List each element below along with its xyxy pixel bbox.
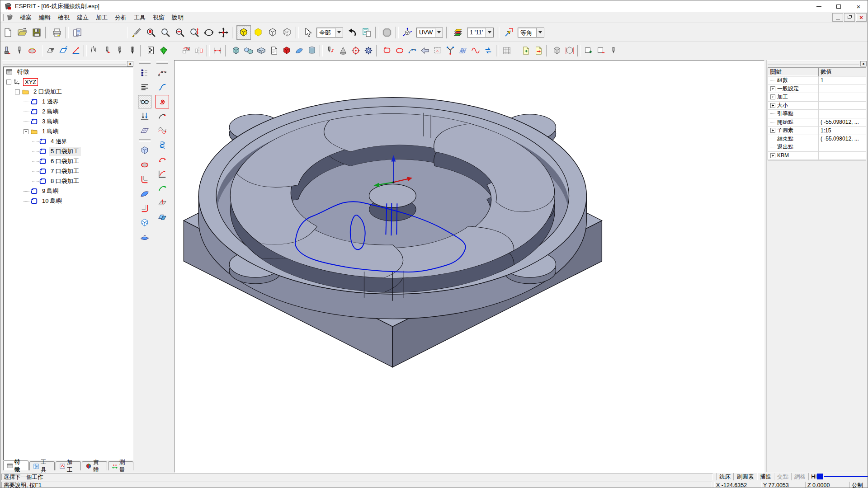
property-row[interactable]: 組數1: [768, 76, 866, 85]
toolbar-grip[interactable]: [139, 61, 151, 64]
expand-toggle[interactable]: [770, 86, 775, 91]
verify-gem-button[interactable]: [157, 44, 170, 57]
solid-block-button[interactable]: [255, 44, 268, 57]
menu-item-file[interactable]: 檔案: [16, 13, 35, 22]
status-toggle-intersection[interactable]: 交點: [774, 473, 791, 480]
solid-cylinder-button[interactable]: [306, 44, 318, 57]
menu-item-create[interactable]: 建立: [73, 13, 92, 22]
doc-send-button[interactable]: [532, 44, 545, 57]
curve-nodes-button[interactable]: [156, 66, 169, 80]
collapse-toggle[interactable]: [24, 129, 28, 134]
branch-button[interactable]: [444, 44, 457, 57]
maximize-button[interactable]: [829, 0, 849, 12]
status-toggle-snap[interactable]: 捕捉: [757, 473, 774, 480]
tree-node[interactable]: 1 島嶼: [4, 127, 133, 136]
tree-node[interactable]: 3 島嶼: [4, 117, 133, 127]
status-toggle-subelement[interactable]: 副圓素: [733, 473, 757, 480]
grid-toggle-button[interactable]: [500, 44, 513, 57]
menu-item-tools[interactable]: 工具: [130, 13, 149, 22]
undo-button[interactable]: [345, 25, 359, 40]
zoom-dynamic-button[interactable]: [187, 25, 202, 40]
tree-node-label[interactable]: 2 島嶼: [40, 107, 61, 116]
menu-item-window[interactable]: 視窗: [149, 13, 168, 22]
model-hub-top[interactable]: [369, 184, 416, 207]
property-row[interactable]: 子圓素1:15: [768, 127, 866, 135]
tree-node[interactable]: XYZ: [4, 77, 133, 87]
tree-node[interactable]: 9 島嶼: [4, 186, 133, 196]
face-plane-button[interactable]: [44, 44, 57, 57]
tree-node-label[interactable]: 5 口袋加工: [49, 147, 81, 156]
stock-profile-button[interactable]: [26, 44, 38, 57]
align-lines-button[interactable]: [138, 80, 151, 94]
shade-hidden-button[interactable]: [280, 25, 294, 40]
tree-node[interactable]: 5 口袋加工: [4, 146, 133, 156]
menu-item-analysis[interactable]: 分析: [111, 13, 130, 22]
shade-wire-button[interactable]: [265, 25, 280, 40]
tab-machining[interactable]: 加工: [56, 461, 81, 470]
cone-button[interactable]: [337, 44, 349, 57]
rotate-view-button[interactable]: [202, 25, 216, 40]
tab-solids[interactable]: 實體: [82, 461, 107, 470]
sheet-doc-button[interactable]: [268, 44, 280, 57]
tree-node-label[interactable]: 4 邊界: [49, 137, 69, 146]
mini-tool-button[interactable]: [607, 44, 620, 57]
corner-feature-button[interactable]: [138, 173, 151, 186]
property-row[interactable]: 大小: [768, 102, 866, 110]
mdi-restore-button[interactable]: [844, 13, 855, 22]
rotate-copy-button[interactable]: [180, 44, 193, 57]
tree-node-label[interactable]: XYZ: [23, 78, 38, 86]
doc-notes-button[interactable]: [70, 25, 85, 40]
view-select-dropdown[interactable]: 等角: [518, 28, 544, 38]
layer-select-dropdown[interactable]: 1 '11': [467, 28, 494, 38]
box-wire-button[interactable]: [138, 216, 151, 230]
menu-item-help[interactable]: 說明: [168, 13, 187, 22]
tree-node[interactable]: 2 島嶼: [4, 107, 133, 117]
property-row[interactable]: 加工: [768, 93, 866, 102]
solid-red-button[interactable]: [280, 44, 293, 57]
expand-toggle[interactable]: [770, 103, 775, 108]
trochoid-spiral-button[interactable]: [156, 95, 169, 108]
panel-grip[interactable]: x: [2, 60, 134, 66]
property-row[interactable]: KBM: [768, 152, 866, 160]
tool-orient-button[interactable]: [324, 44, 337, 57]
redraw-brush-button[interactable]: [129, 25, 144, 40]
key-column-header[interactable]: 關鍵: [768, 68, 819, 76]
property-value[interactable]: 1: [819, 77, 866, 84]
save-button[interactable]: [29, 25, 44, 40]
chain-ellipse-button[interactable]: [393, 44, 406, 57]
mesh-grid-button[interactable]: [457, 44, 469, 57]
tree-node[interactable]: 1 邊界: [4, 97, 133, 107]
expand-toggle[interactable]: [770, 128, 775, 133]
chain-points-button[interactable]: [406, 44, 419, 57]
uvw-axes-button[interactable]: [400, 25, 415, 40]
new-doc-button[interactable]: [0, 25, 15, 40]
property-value[interactable]: ( -55.098012, ...: [819, 119, 866, 125]
surface-teapot-button[interactable]: [138, 230, 151, 244]
tree-node-label[interactable]: 9 島嶼: [40, 187, 61, 196]
select-cursor-button[interactable]: [300, 25, 315, 40]
selection-scope-dropdown[interactable]: 全部: [316, 28, 343, 38]
coil-spring-button[interactable]: [156, 138, 169, 152]
value-column-header[interactable]: 數值: [819, 68, 866, 76]
curve-red-arrows-button[interactable]: [156, 153, 169, 166]
expand-toggle[interactable]: [770, 94, 775, 99]
property-value[interactable]: ( -55.098012, ...: [819, 136, 866, 142]
model-canvas[interactable]: [175, 61, 764, 472]
close-button[interactable]: ×: [849, 0, 868, 12]
surface-wave-button[interactable]: [293, 44, 306, 57]
tap-button[interactable]: [126, 44, 139, 57]
setup-sheet-button[interactable]: [145, 44, 157, 57]
menu-item-view[interactable]: 檢視: [54, 13, 73, 22]
sync-arrows-button[interactable]: [482, 44, 495, 57]
tool-setup-button[interactable]: [13, 44, 26, 57]
select-rect-button[interactable]: [431, 44, 444, 57]
drop-arrows-button[interactable]: [138, 109, 151, 123]
back-arrow-button[interactable]: [419, 44, 431, 57]
tree-node-label[interactable]: 2 口袋加工: [32, 87, 64, 96]
menu-item-edit[interactable]: 編輯: [35, 13, 54, 22]
surface-swoosh-button[interactable]: [138, 187, 151, 201]
chevron-down-icon[interactable]: [486, 28, 493, 37]
status-toggle-grid[interactable]: 網格: [791, 473, 808, 480]
mirror-copy-button[interactable]: [193, 44, 205, 57]
solid-cube-button[interactable]: [230, 44, 242, 57]
